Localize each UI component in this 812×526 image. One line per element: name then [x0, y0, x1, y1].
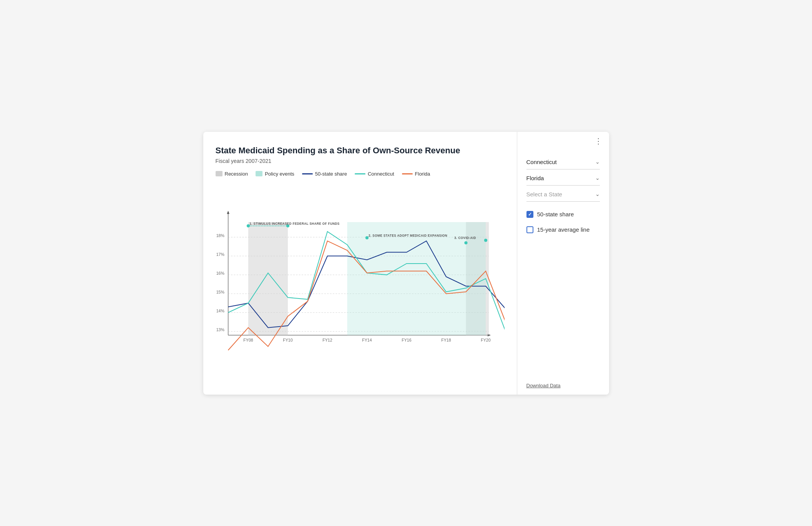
svg-marker-1 [227, 211, 229, 214]
15year-checkbox-label: 15-year average line [537, 226, 590, 233]
legend: Recession Policy events 50-state share C… [216, 171, 505, 177]
legend-recession: Recession [216, 171, 248, 177]
select-state-chevron-icon: ⌄ [595, 191, 600, 197]
select-state-dropdown[interactable]: Select a State ⌄ [526, 186, 600, 202]
y-label-16: 16% [216, 271, 224, 275]
connecticut-dropdown-value: Connecticut [526, 159, 557, 165]
policy-events-icon [256, 171, 262, 176]
svg-point-13 [365, 236, 368, 239]
recession-shade-1 [248, 222, 288, 335]
connecticut-chevron-icon: ⌄ [595, 159, 600, 165]
recession-icon [216, 171, 223, 176]
select-state-placeholder: Select a State [526, 191, 562, 197]
chart-panel: State Medicaid Spending as a Share of Ow… [203, 132, 517, 395]
svg-point-15 [464, 241, 467, 244]
15year-checkbox[interactable] [526, 226, 533, 233]
legend-connecticut: Connecticut [355, 171, 394, 177]
chart-title: State Medicaid Spending as a Share of Ow… [216, 146, 505, 156]
x-label-fy16: FY16 [402, 338, 411, 342]
legend-50state: 50-state share [302, 171, 347, 177]
legend-policy-events-label: Policy events [265, 171, 294, 177]
sidebar: ⋮ Connecticut ⌄ Florida ⌄ Select a State… [517, 132, 609, 395]
svg-point-14 [484, 239, 487, 242]
15year-checkbox-item: 15-year average line [526, 221, 600, 236]
x-label-fy18: FY18 [441, 338, 451, 342]
annotation-1-label: 1. STIMULUS INCREASED FEDERAL SHARE OF F… [249, 222, 340, 225]
download-data-link[interactable]: Download Data [526, 375, 600, 388]
florida-chevron-icon: ⌄ [595, 175, 600, 181]
50state-checkbox-item: ✓ 50-state share [526, 206, 600, 221]
chart-subtitle: Fiscal years 2007-2021 [216, 158, 505, 164]
x-label-fy12: FY12 [322, 338, 332, 342]
chart-area: 13% 14% 15% 16% 17% 18% [216, 181, 505, 370]
y-label-14: 14% [216, 309, 224, 313]
legend-connecticut-label: Connecticut [368, 171, 394, 177]
x-label-fy20: FY20 [481, 338, 490, 342]
legend-recession-label: Recession [225, 171, 248, 177]
legend-florida-label: Florida [415, 171, 430, 177]
chart-svg: 13% 14% 15% 16% 17% 18% [216, 181, 505, 370]
more-options-button[interactable]: ⋮ [594, 136, 603, 146]
x-label-fy10: FY10 [283, 338, 292, 342]
50state-checkbox[interactable]: ✓ [526, 211, 533, 218]
florida-icon [402, 173, 413, 174]
florida-dropdown[interactable]: Florida ⌄ [526, 169, 600, 186]
x-label-fy08: FY08 [243, 338, 253, 342]
y-label-13: 13% [216, 327, 224, 332]
main-container: State Medicaid Spending as a Share of Ow… [203, 132, 609, 395]
checkmark-icon: ✓ [528, 212, 532, 217]
annotation-3-label: 3. COVID-AID [454, 236, 476, 240]
connecticut-dropdown[interactable]: Connecticut ⌄ [526, 153, 600, 169]
x-label-fy14: FY14 [362, 338, 372, 342]
legend-policy-events: Policy events [256, 171, 294, 177]
50state-icon [302, 173, 313, 174]
y-label-17: 17% [216, 252, 224, 257]
legend-florida: Florida [402, 171, 430, 177]
y-label-15: 15% [216, 290, 224, 294]
50state-checkbox-label: 50-state share [537, 211, 574, 217]
legend-50state-label: 50-state share [315, 171, 347, 177]
y-label-18: 18% [216, 233, 224, 238]
connecticut-icon [355, 173, 365, 174]
florida-dropdown-value: Florida [526, 175, 544, 181]
annotation-2-label: 2. SOME STATES ADOPT MEDICAID EXPANSION [369, 234, 447, 237]
